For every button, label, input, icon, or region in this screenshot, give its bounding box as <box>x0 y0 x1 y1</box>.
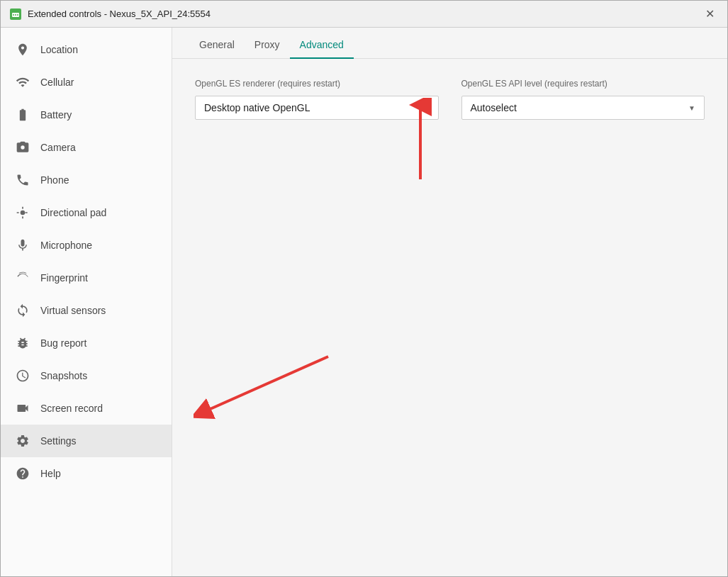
app-icon <box>9 8 22 21</box>
tab-advanced[interactable]: Advanced <box>290 32 354 59</box>
snapshots-icon <box>15 368 30 383</box>
sidebar-item-snapshots[interactable]: Snapshots <box>1 359 172 392</box>
virtual-sensors-icon <box>15 303 30 318</box>
renderer-label: OpenGL ES renderer (requires restart) <box>195 79 439 89</box>
title-bar-left: Extended controls - Nexus_5X_API_24:5554 <box>9 8 211 21</box>
svg-point-3 <box>15 14 16 16</box>
tab-general[interactable]: General <box>189 32 245 59</box>
sidebar-label-phone: Phone <box>40 174 69 186</box>
sidebar-item-fingerprint[interactable]: Fingerprint <box>1 262 172 294</box>
settings-icon <box>15 433 30 449</box>
sidebar-label-bug-report: Bug report <box>40 337 86 349</box>
sidebar-label-help: Help <box>40 468 61 479</box>
tab-proxy[interactable]: Proxy <box>245 32 290 59</box>
help-icon <box>15 466 30 481</box>
renderer-dropdown-arrow: ▼ <box>422 104 430 112</box>
battery-icon <box>15 107 30 123</box>
sidebar-label-microphone: Microphone <box>40 240 92 251</box>
api-dropdown[interactable]: Autoselect ▼ <box>461 96 705 120</box>
sidebar-label-cellular: Cellular <box>40 77 74 88</box>
api-value: Autoselect <box>471 102 517 113</box>
sidebar-item-settings[interactable]: Settings <box>1 425 172 457</box>
extended-controls-window: Extended controls - Nexus_5X_API_24:5554… <box>0 0 728 577</box>
sidebar-item-cellular[interactable]: Cellular <box>1 66 172 99</box>
panel-content: OpenGL ES renderer (requires restart) De… <box>172 59 727 576</box>
api-label: OpenGL ES API level (requires restart) <box>461 79 705 89</box>
red-arrow-settings <box>194 349 335 420</box>
sidebar-item-help[interactable]: Help <box>1 457 172 490</box>
title-bar: Extended controls - Nexus_5X_API_24:5554… <box>1 1 727 28</box>
renderer-column: OpenGL ES renderer (requires restart) De… <box>195 79 439 120</box>
location-icon <box>15 42 30 57</box>
sidebar-item-virtual-sensors[interactable]: Virtual sensors <box>1 294 172 327</box>
tab-bar: General Proxy Advanced <box>172 28 727 59</box>
api-level-column: OpenGL ES API level (requires restart) A… <box>461 79 705 120</box>
sidebar-label-directional-pad: Directional pad <box>40 207 106 218</box>
sidebar-item-bug-report[interactable]: Bug report <box>1 327 172 359</box>
microphone-icon <box>15 237 30 253</box>
sidebar: Location Cellular Battery <box>1 28 172 576</box>
renderer-value: Desktop native OpenGL <box>204 102 310 113</box>
close-button[interactable]: ✕ <box>701 7 719 21</box>
sidebar-label-settings: Settings <box>40 435 77 447</box>
sidebar-label-location: Location <box>40 44 78 55</box>
settings-row: OpenGL ES renderer (requires restart) De… <box>195 79 705 120</box>
sidebar-label-screen-record: Screen record <box>40 403 103 414</box>
cellular-icon <box>15 74 30 90</box>
sidebar-item-microphone[interactable]: Microphone <box>1 229 172 262</box>
dpad-icon <box>15 205 30 220</box>
api-dropdown-arrow: ▼ <box>688 104 695 112</box>
content-area: Location Cellular Battery <box>1 28 727 576</box>
svg-line-8 <box>201 357 328 413</box>
sidebar-label-camera: Camera <box>40 142 76 153</box>
sidebar-item-phone[interactable]: Phone <box>1 164 172 196</box>
renderer-dropdown[interactable]: Desktop native OpenGL ▼ <box>195 96 439 120</box>
camera-icon <box>15 140 30 155</box>
sidebar-item-battery[interactable]: Battery <box>1 99 172 131</box>
bug-report-icon <box>15 335 30 351</box>
main-panel: General Proxy Advanced OpenGL ES rendere… <box>172 28 727 576</box>
sidebar-label-battery: Battery <box>40 109 72 121</box>
sidebar-item-camera[interactable]: Camera <box>1 131 172 164</box>
sidebar-item-screen-record[interactable]: Screen record <box>1 392 172 425</box>
sidebar-label-snapshots: Snapshots <box>40 370 87 381</box>
fingerprint-icon <box>15 270 30 286</box>
window-title: Extended controls - Nexus_5X_API_24:5554 <box>28 9 211 19</box>
screen-record-icon <box>15 400 30 416</box>
sidebar-label-fingerprint: Fingerprint <box>40 272 88 284</box>
svg-point-2 <box>13 14 14 16</box>
sidebar-item-directional-pad[interactable]: Directional pad <box>1 196 172 229</box>
svg-point-4 <box>17 14 18 16</box>
sidebar-label-virtual-sensors: Virtual sensors <box>40 305 106 316</box>
phone-icon <box>15 172 30 188</box>
sidebar-item-location[interactable]: Location <box>1 33 172 66</box>
